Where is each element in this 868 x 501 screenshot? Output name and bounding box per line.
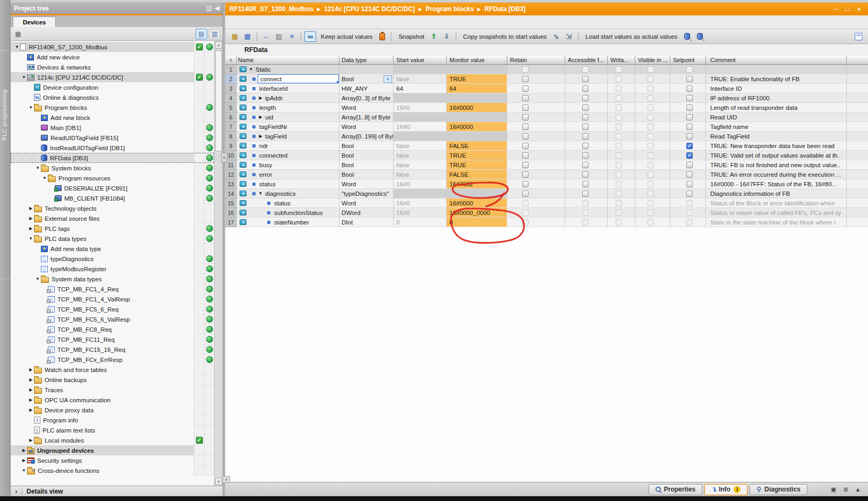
accessible-from-hmi-cell[interactable] xyxy=(565,218,608,227)
start-value-cell[interactable]: 16#0 xyxy=(394,122,447,132)
visible-in-hmi-cell[interactable] xyxy=(635,198,670,208)
diagram-view-icon[interactable]: ▥ xyxy=(209,29,220,39)
accessible-from-hmi-checkbox[interactable] xyxy=(582,191,589,197)
writable-from-hmi-cell[interactable] xyxy=(608,103,635,113)
collapse-arrow-icon[interactable]: ▼ xyxy=(21,468,27,473)
tree-item[interactable]: Program info xyxy=(11,415,214,425)
retain-cell[interactable] xyxy=(507,141,565,151)
retain-cell[interactable] xyxy=(507,113,565,122)
collapse-arrow-icon[interactable]: ▼ xyxy=(28,236,34,241)
tree-item[interactable]: ▼System data types xyxy=(11,274,214,284)
setpoint-cell[interactable] xyxy=(670,198,706,208)
name-cell[interactable]: ▶tagField xyxy=(237,132,339,141)
expand-arrow-icon[interactable]: ▶ xyxy=(28,367,34,372)
snapshot-label[interactable]: Snapshot xyxy=(398,33,424,40)
writable-from-hmi-cell[interactable] xyxy=(608,141,635,151)
accessible-from-hmi-checkbox[interactable] xyxy=(582,85,589,92)
copy-snapshot-icon[interactable]: ⇘ xyxy=(550,31,562,42)
setpoint-checkbox[interactable] xyxy=(686,152,693,159)
pin-panel-icon[interactable]: ◫ xyxy=(206,5,211,12)
collapse-arrow-icon[interactable]: ▼ xyxy=(21,75,27,80)
setpoint-checkbox[interactable] xyxy=(686,124,693,130)
breadcrumb-rfdata[interactable]: RFData [DB3] xyxy=(484,5,525,13)
column-header-setpoint[interactable]: Setpoint xyxy=(670,56,706,65)
setpoint-cell[interactable] xyxy=(670,132,706,141)
collapse-arrow-icon[interactable]: ▼ xyxy=(28,105,34,110)
setpoint-cell[interactable] xyxy=(670,151,706,160)
accessible-from-hmi-cell[interactable] xyxy=(565,65,608,74)
details-view-expand-icon[interactable]: › xyxy=(11,488,22,495)
name-cell[interactable]: ▼Static xyxy=(237,65,339,74)
breadcrumb-device[interactable]: 1214c [CPU 1214C DC/DC/DC] xyxy=(324,5,415,13)
visible-in-hmi-cell[interactable] xyxy=(635,74,670,84)
setpoint-checkbox[interactable] xyxy=(686,143,693,149)
retain-checkbox[interactable] xyxy=(522,85,529,92)
setpoint-checkbox[interactable] xyxy=(686,114,693,120)
project-tree-scrollbar[interactable]: ∧ ∨ xyxy=(214,41,223,486)
writable-from-hmi-cell[interactable] xyxy=(608,189,635,198)
start-value-cell[interactable] xyxy=(394,65,447,74)
collapse-arrow-icon[interactable]: ▼ xyxy=(35,277,41,281)
writable-from-hmi-cell[interactable] xyxy=(608,198,635,208)
setpoint-checkbox[interactable] xyxy=(686,105,693,111)
float-inspector-icon[interactable]: ▣ xyxy=(829,486,838,493)
name-cell[interactable]: ▶ipAddr xyxy=(237,93,339,103)
writable-from-hmi-cell[interactable] xyxy=(608,160,635,170)
retain-cell[interactable] xyxy=(507,65,565,74)
collapse-arrow-icon[interactable]: ▼ xyxy=(35,166,41,170)
scroll-down-icon[interactable]: ∨ xyxy=(215,478,222,485)
expand-arrow-icon[interactable]: ▶ xyxy=(21,448,27,453)
load-values-icon[interactable] xyxy=(681,31,693,42)
data-type-cell[interactable]: Array[0..199] of Byte xyxy=(339,132,394,141)
tree-item[interactable]: ▶Local modules xyxy=(11,435,214,445)
start-value-cell[interactable]: 16#0 xyxy=(394,208,447,218)
comment-cell[interactable]: Status or return value of called FB's, F… xyxy=(706,208,847,218)
visible-in-hmi-cell[interactable] xyxy=(635,208,670,218)
expand-arrow-icon[interactable]: ▶ xyxy=(258,96,263,100)
column-header-comment[interactable]: Comment xyxy=(706,56,847,65)
tree-item[interactable]: ▶Traces xyxy=(11,385,214,395)
reset-start-values-icon[interactable]: ← xyxy=(260,31,272,42)
collapse-arrow-icon[interactable]: ▼ xyxy=(14,45,20,49)
data-type-cell[interactable]: Array[1..8] of Byte xyxy=(339,113,394,122)
accessible-from-hmi-checkbox[interactable] xyxy=(582,181,589,187)
tree-item[interactable]: RFData [DB3] xyxy=(11,153,214,163)
tree-item[interactable]: ▶Ungrouped devices xyxy=(11,445,214,455)
tree-item[interactable]: ▶PLC tags xyxy=(11,223,214,234)
visible-in-hmi-cell[interactable] xyxy=(635,179,670,189)
column-header-name[interactable]: Name xyxy=(237,56,339,65)
comment-cell[interactable]: 16#0000 - 16#7FFF: Status of the FB, 16#… xyxy=(706,179,847,189)
retain-cell[interactable] xyxy=(507,93,565,103)
accessible-from-hmi-checkbox[interactable] xyxy=(582,143,589,149)
tree-item[interactable]: ▶External source files xyxy=(11,213,214,223)
expand-arrow-icon[interactable]: ▶ xyxy=(21,458,27,463)
writable-from-hmi-cell[interactable] xyxy=(608,74,635,84)
retain-cell[interactable] xyxy=(507,179,565,189)
setpoint-checkbox[interactable] xyxy=(686,85,693,92)
expand-arrow-icon[interactable]: ▶ xyxy=(28,216,34,221)
setpoint-cell[interactable] xyxy=(670,103,706,113)
start-value-cell[interactable] xyxy=(394,132,447,141)
keep-actual-values-icon[interactable] xyxy=(376,31,388,42)
setpoint-cell[interactable] xyxy=(670,65,706,74)
data-type-cell[interactable]: Word xyxy=(339,179,394,189)
expand-details-icon[interactable] xyxy=(853,31,864,42)
tree-item[interactable]: Add new block xyxy=(11,113,214,123)
comment-cell[interactable]: State in the state machine of the block … xyxy=(706,218,847,227)
data-type-cell[interactable]: Word xyxy=(339,103,394,113)
tab-properties[interactable]: Properties xyxy=(649,484,702,495)
retain-cell[interactable] xyxy=(507,189,565,198)
comment-cell[interactable]: Read TagField xyxy=(706,132,847,141)
retain-checkbox[interactable] xyxy=(522,152,529,159)
setpoint-cell[interactable] xyxy=(670,93,706,103)
minimize-window-icon[interactable]: ─ xyxy=(831,6,840,12)
tree-item[interactable]: ▶Online backups xyxy=(11,375,214,385)
column-header-writable[interactable]: Writa... xyxy=(608,56,635,65)
monitor-all-icon[interactable]: ∞ xyxy=(304,31,316,42)
tree-item[interactable]: Online & diagnostics xyxy=(11,92,214,102)
tab-diagnostics[interactable]: ⚲Diagnostics xyxy=(750,484,807,495)
tree-item[interactable]: MB_CLIENT [FB1084] xyxy=(11,193,214,203)
comment-cell[interactable]: TRUE: Valid set of output values availab… xyxy=(706,151,847,160)
data-type-cell[interactable]: DInt xyxy=(339,218,394,227)
copy-snapshot-setpoints-icon[interactable]: ⇲ xyxy=(563,31,575,42)
